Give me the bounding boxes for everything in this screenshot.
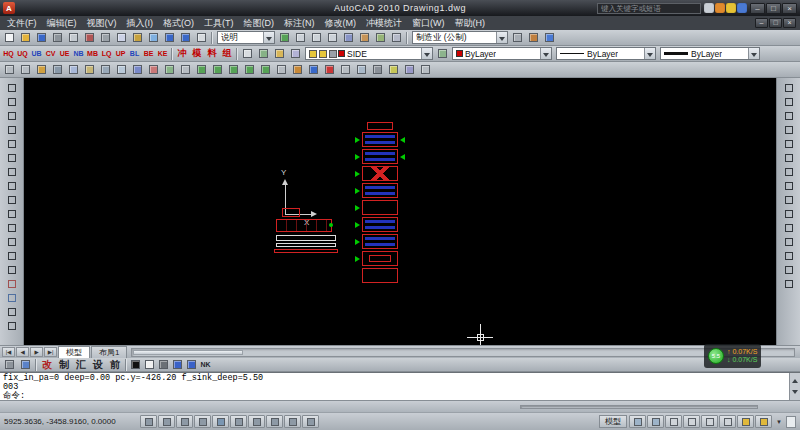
tab-layout1[interactable]: 布局1: [91, 346, 127, 358]
color-combo[interactable]: ByLayer: [452, 47, 552, 60]
rotate-icon[interactable]: [780, 165, 798, 179]
ellipse-arc-icon[interactable]: [3, 221, 21, 235]
copy-object-icon[interactable]: [780, 95, 798, 109]
hatch-icon[interactable]: [3, 277, 21, 291]
osnap-node-icon[interactable]: [242, 63, 257, 77]
image-attach-icon[interactable]: [114, 63, 129, 77]
redraw-icon[interactable]: [418, 63, 433, 77]
construction-line-icon[interactable]: [3, 95, 21, 109]
steering-wheel-icon[interactable]: [701, 415, 718, 428]
block-editor-icon[interactable]: [82, 63, 97, 77]
spline-icon[interactable]: [3, 193, 21, 207]
die-tool-material-icon[interactable]: 料: [205, 47, 219, 61]
chamfer-icon[interactable]: [780, 249, 798, 263]
osnap-toggle[interactable]: [212, 415, 229, 428]
mleader-style-icon[interactable]: [50, 63, 65, 77]
menu-die-stats[interactable]: 冲模统计: [361, 16, 407, 30]
autocad-logo-icon[interactable]: A: [3, 2, 15, 14]
redo-icon[interactable]: [178, 31, 193, 45]
fillet-icon[interactable]: [780, 263, 798, 277]
mdi-close-button[interactable]: ×: [783, 18, 796, 28]
zoom-realtime-icon[interactable]: [293, 31, 308, 45]
linetype-combo[interactable]: ByLayer: [556, 47, 656, 60]
update-field-icon[interactable]: [66, 63, 81, 77]
die-tool-lq-icon[interactable]: LQ: [100, 47, 113, 61]
move-icon[interactable]: [780, 151, 798, 165]
list-icon[interactable]: [338, 63, 353, 77]
die-tool-ub-icon[interactable]: UB: [30, 47, 43, 61]
menu-edit[interactable]: 编辑(E): [42, 16, 82, 30]
dim-style-icon[interactable]: [2, 63, 17, 77]
die-tool-front-button[interactable]: 前: [107, 358, 123, 371]
publish-icon[interactable]: [82, 31, 97, 45]
plugin-settings-icon[interactable]: [18, 358, 33, 372]
region-icon[interactable]: [3, 305, 21, 319]
die-tool-nb-icon[interactable]: NB: [72, 47, 85, 61]
tab-model[interactable]: 模型: [58, 346, 90, 358]
make-object-layer-current-icon[interactable]: [435, 47, 450, 61]
text-style-icon[interactable]: [18, 63, 33, 77]
horizontal-scrollbar-thumb[interactable]: [133, 350, 243, 355]
menu-insert[interactable]: 插入(I): [122, 16, 159, 30]
osnap-midpoint-icon[interactable]: [210, 63, 225, 77]
draw-order-icon[interactable]: [386, 63, 401, 77]
match-properties-icon[interactable]: [146, 31, 161, 45]
swatch-white-icon[interactable]: [143, 358, 156, 372]
coordinates-readout[interactable]: 5925.3636, -3458.9160, 0.0000: [4, 417, 138, 426]
command-scrollbar[interactable]: [789, 373, 800, 400]
xref-icon[interactable]: [98, 63, 113, 77]
drawing-canvas[interactable]: Y X: [24, 78, 776, 345]
lineweight-combo[interactable]: ByLayer: [660, 47, 760, 60]
die-tool-collect-button[interactable]: 汇: [73, 358, 89, 371]
speed-ball-icon[interactable]: 5.5: [708, 348, 724, 364]
line-icon[interactable]: [3, 81, 21, 95]
polygon-icon[interactable]: [3, 123, 21, 137]
menu-window[interactable]: 窗口(W): [407, 16, 450, 30]
menu-tools[interactable]: 工具(T): [199, 16, 239, 30]
id-point-icon[interactable]: [354, 63, 369, 77]
properties-icon[interactable]: [341, 31, 356, 45]
die-tool-hq-icon[interactable]: HQ: [2, 47, 15, 61]
die-tool-up-icon[interactable]: UP: [114, 47, 127, 61]
die-tool-setup-button[interactable]: 设: [90, 358, 106, 371]
chevron-down-icon[interactable]: [421, 48, 432, 59]
menu-modify[interactable]: 修改(M): [320, 16, 362, 30]
plot-preview-icon[interactable]: [66, 31, 81, 45]
lineweight-toggle[interactable]: [284, 415, 301, 428]
circle-icon[interactable]: [3, 165, 21, 179]
menu-format[interactable]: 格式(O): [158, 16, 199, 30]
osnap-quadrant-icon[interactable]: [258, 63, 273, 77]
die-tool-be-icon[interactable]: BE: [142, 47, 155, 61]
minimize-button[interactable]: –: [750, 3, 765, 14]
chevron-down-icon[interactable]: [540, 48, 551, 59]
named-views-icon[interactable]: [162, 63, 177, 77]
open-icon[interactable]: [18, 31, 33, 45]
menu-file[interactable]: 文件(F): [2, 16, 42, 30]
gradient-icon[interactable]: [3, 291, 21, 305]
quickcalc-icon[interactable]: [389, 31, 404, 45]
stretch-icon[interactable]: [780, 193, 798, 207]
communication-center-icon[interactable]: [715, 3, 725, 13]
status-menu-arrow[interactable]: ▼: [774, 419, 784, 425]
swatch-black-icon[interactable]: [129, 358, 142, 372]
mdi-minimize-button[interactable]: –: [755, 18, 768, 28]
menu-view[interactable]: 视图(V): [82, 16, 122, 30]
rectangle-icon[interactable]: [3, 137, 21, 151]
zoom-previous-icon[interactable]: [325, 31, 340, 45]
tool-palettes-icon[interactable]: [373, 31, 388, 45]
layout-icon[interactable]: [130, 63, 145, 77]
find-icon[interactable]: [194, 31, 209, 45]
layer-states-manager-icon[interactable]: [256, 47, 271, 61]
chevron-down-icon[interactable]: [748, 48, 759, 59]
tab-next-button[interactable]: ▶: [30, 347, 43, 357]
die-tool-ke-icon[interactable]: KE: [156, 47, 169, 61]
regen-icon[interactable]: [402, 63, 417, 77]
cut-icon[interactable]: [98, 31, 113, 45]
menu-help[interactable]: 帮助(H): [450, 16, 491, 30]
restore-button[interactable]: □: [766, 3, 781, 14]
favorites-icon[interactable]: [726, 3, 736, 13]
tab-prev-button[interactable]: ◀: [16, 347, 29, 357]
swatch-gray-icon[interactable]: [157, 358, 170, 372]
polyline-icon[interactable]: [3, 109, 21, 123]
swatch-blue2-icon[interactable]: [185, 358, 198, 372]
